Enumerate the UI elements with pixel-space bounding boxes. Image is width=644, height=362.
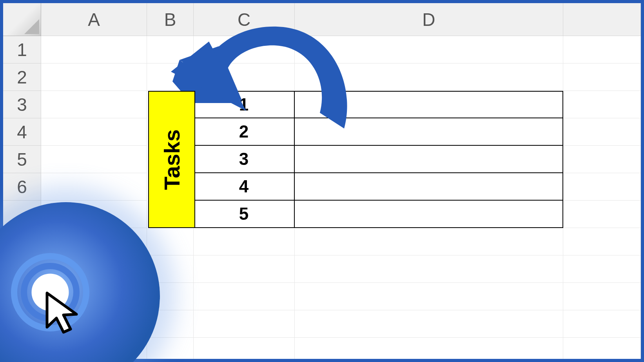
cell-E7[interactable] — [563, 201, 641, 228]
svg-marker-3 — [47, 293, 76, 332]
cell-D5[interactable] — [295, 146, 563, 173]
column-header-row: A B C D — [3, 3, 641, 36]
cell-C3[interactable]: 1 — [194, 91, 295, 118]
column-header-A[interactable]: A — [41, 3, 147, 36]
cell-B2[interactable] — [147, 63, 194, 91]
cell-C2[interactable] — [194, 63, 295, 91]
row-header-4[interactable]: 4 — [3, 118, 41, 146]
app-frame: A B C D 1 2 3 Tas — [0, 0, 644, 362]
cell-C6[interactable]: 4 — [194, 173, 295, 201]
row-header-5[interactable]: 5 — [3, 146, 41, 173]
cell-E3[interactable] — [563, 91, 641, 118]
cell-A3[interactable] — [41, 91, 147, 118]
column-header-B[interactable]: B — [147, 3, 194, 36]
cell-A2[interactable] — [41, 63, 147, 91]
cell-C5[interactable]: 3 — [194, 146, 295, 173]
row-header-2[interactable]: 2 — [3, 63, 41, 91]
cell-D1[interactable] — [295, 36, 563, 63]
cell-E6[interactable] — [563, 173, 641, 201]
cell-A1[interactable] — [41, 36, 147, 63]
column-header-C[interactable]: C — [194, 3, 295, 36]
row-header-1[interactable]: 1 — [3, 36, 41, 63]
cell-D2[interactable] — [295, 63, 563, 91]
cell-C7[interactable]: 5 — [194, 201, 295, 228]
cell-D6[interactable] — [295, 173, 563, 201]
cell-D3[interactable] — [295, 91, 563, 118]
row-header-3[interactable]: 3 — [3, 91, 41, 118]
column-header-D[interactable]: D — [295, 3, 563, 36]
row-header-6[interactable]: 6 — [3, 173, 41, 201]
tasks-vertical-label: Tasks — [159, 129, 185, 190]
cell-B1[interactable] — [147, 36, 194, 63]
cell-B3-merged-tasks[interactable]: Tasks — [148, 91, 195, 228]
cursor-icon — [43, 290, 86, 337]
cell-E1[interactable] — [563, 36, 641, 63]
cell-C4[interactable]: 2 — [194, 118, 295, 146]
cell-E5[interactable] — [563, 146, 641, 173]
cell-A4[interactable] — [41, 118, 147, 146]
cell-A5[interactable] — [41, 146, 147, 173]
cell-A6[interactable] — [41, 173, 147, 201]
cell-C1[interactable] — [194, 36, 295, 63]
column-header-E[interactable] — [563, 3, 641, 36]
cell-E2[interactable] — [563, 63, 641, 91]
cell-D7[interactable] — [295, 201, 563, 228]
cell-D4[interactable] — [295, 118, 563, 146]
cell-E4[interactable] — [563, 118, 641, 146]
select-all-corner[interactable] — [3, 3, 41, 36]
